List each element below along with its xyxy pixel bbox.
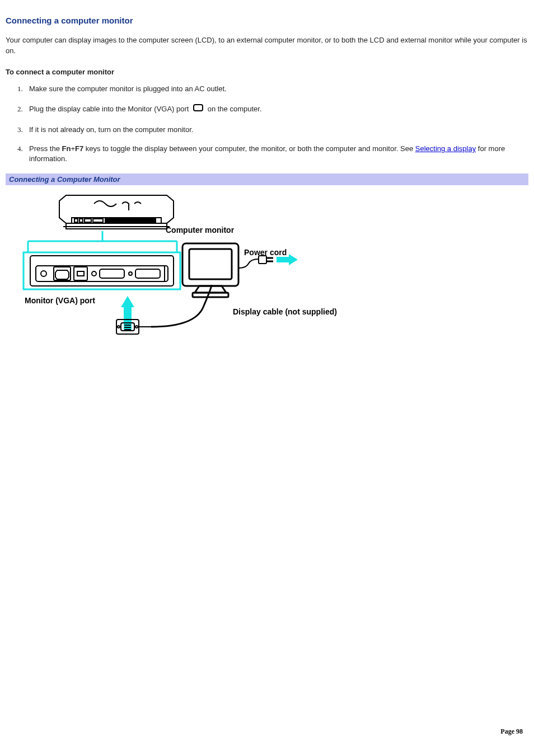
- step-1: Make sure the computer monitor is plugge…: [25, 84, 528, 94]
- svg-rect-18: [77, 271, 84, 276]
- section-title: Connecting a computer monitor: [6, 16, 528, 25]
- subheading: To connect a computer monitor: [6, 68, 528, 76]
- svg-rect-40: [277, 257, 289, 262]
- svg-rect-37: [259, 256, 266, 264]
- svg-point-31: [118, 326, 120, 328]
- figure-caption: Connecting a Computer Monitor: [6, 173, 528, 185]
- step-2-text-a: Plug the display cable into the Monitor …: [29, 105, 191, 113]
- label-computer-monitor: Computer monitor: [166, 226, 234, 234]
- svg-point-32: [135, 326, 138, 328]
- label-vga-port: Monitor (VGA) port: [25, 296, 95, 305]
- key-f7: F7: [75, 144, 83, 153]
- label-power-cord: Power cord: [244, 248, 287, 257]
- svg-rect-12: [24, 252, 180, 289]
- svg-rect-3: [74, 219, 78, 222]
- diagram-svg: [10, 190, 368, 346]
- svg-rect-0: [194, 105, 203, 111]
- key-fn: Fn: [62, 144, 71, 153]
- step-3: If it is not already on, turn on the com…: [25, 125, 528, 135]
- svg-marker-41: [289, 254, 298, 265]
- step-2-text-b: on the computer.: [208, 105, 262, 113]
- key-plus: +: [71, 144, 75, 153]
- svg-marker-25: [121, 296, 134, 307]
- step-1-text: Make sure the computer monitor is plugge…: [29, 84, 227, 93]
- svg-rect-20: [100, 269, 124, 278]
- selecting-display-link[interactable]: Selecting a display: [415, 144, 476, 153]
- svg-rect-4: [79, 219, 83, 222]
- figure-diagram: Computer monitor Power cord Monitor (VGA…: [10, 190, 368, 346]
- step-4-text-a: Press the: [29, 144, 62, 153]
- svg-rect-17: [74, 267, 87, 280]
- label-display-cable: Display cable (not supplied): [233, 307, 337, 316]
- step-4: Press the Fn+F7 keys to toggle the displ…: [25, 144, 528, 164]
- svg-rect-6: [93, 219, 103, 222]
- svg-rect-35: [189, 249, 232, 279]
- svg-point-19: [92, 271, 96, 276]
- svg-rect-7: [105, 219, 156, 222]
- svg-rect-5: [85, 219, 91, 222]
- page-number: Page 98: [500, 727, 523, 736]
- step-4-text-b: keys to toggle the display between your …: [83, 144, 415, 153]
- step-2: Plug the display cable into the Monitor …: [25, 103, 528, 116]
- monitor-port-icon: [192, 103, 204, 116]
- steps-list: Make sure the computer monitor is plugge…: [6, 84, 528, 165]
- intro-paragraph: Your computer can display images to the …: [6, 35, 528, 57]
- svg-rect-36: [193, 293, 228, 297]
- svg-rect-22: [135, 269, 160, 278]
- step-3-text: If it is not already on, turn on the com…: [29, 125, 193, 134]
- page-root: Connecting a computer monitor Your compu…: [0, 0, 534, 756]
- svg-point-21: [129, 272, 132, 275]
- svg-point-15: [41, 271, 46, 276]
